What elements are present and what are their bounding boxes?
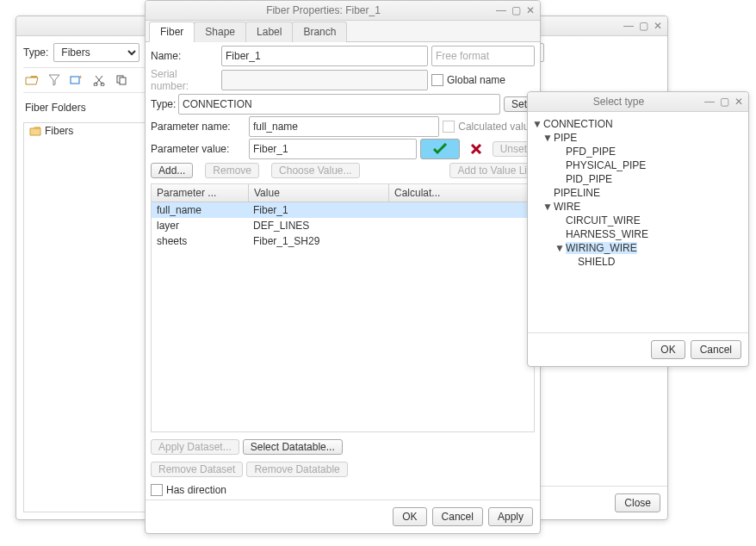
th-calc[interactable]: Calculat... xyxy=(389,184,534,202)
svg-text:+: + xyxy=(78,74,83,81)
cut-icon[interactable] xyxy=(90,71,108,89)
checkbox-icon xyxy=(443,121,455,133)
select-ok-button[interactable]: OK xyxy=(651,340,685,359)
cell-calc xyxy=(387,218,534,233)
cell-calc xyxy=(387,233,534,249)
select-min-icon[interactable]: — xyxy=(704,96,715,108)
name-label: Name: xyxy=(151,50,218,62)
select-close-icon[interactable]: ✕ xyxy=(734,96,743,108)
fiber-min-icon[interactable]: — xyxy=(496,4,506,16)
node-physical-pipe[interactable]: PHYSICAL_PIPE xyxy=(531,158,745,172)
node-connection[interactable]: ▼CONNECTION xyxy=(531,117,745,131)
type-input[interactable] xyxy=(178,94,500,115)
global-name-label: Global name xyxy=(447,74,505,86)
th-value[interactable]: Value xyxy=(249,184,389,202)
select-titlebar[interactable]: Select type — ▢ ✕ xyxy=(528,92,748,112)
node-wire[interactable]: ▼WIRE xyxy=(531,200,745,214)
calc-value-label: Calculated value xyxy=(458,121,535,133)
tab-label[interactable]: Label xyxy=(245,22,293,42)
node-shield[interactable]: SHIELD xyxy=(531,255,745,269)
apply-button[interactable]: Apply xyxy=(488,507,533,526)
apply-dataset-button[interactable]: Apply Dataset... xyxy=(151,439,239,455)
fiber-titlebar[interactable]: Fiber Properties: Fiber_1 — ▢ ✕ xyxy=(146,1,540,21)
tab-shape[interactable]: Shape xyxy=(194,22,246,42)
tab-branch[interactable]: Branch xyxy=(292,22,347,42)
node-pid-pipe[interactable]: PID_PIPE xyxy=(531,172,745,186)
node-harness-wire[interactable]: HARNESS_WIRE xyxy=(531,227,745,241)
cell-name: full_name xyxy=(152,202,248,218)
svg-rect-5 xyxy=(120,78,126,84)
bg-type-select[interactable]: Fibers xyxy=(53,43,139,62)
check-icon xyxy=(432,143,448,155)
choose-value-button[interactable]: Choose Value... xyxy=(271,163,360,178)
right-close-icon[interactable]: ✕ xyxy=(654,20,662,32)
has-direction-label: Has direction xyxy=(166,484,226,496)
global-name-check[interactable]: Global name xyxy=(431,74,505,86)
chevron-down-icon[interactable]: ▼ xyxy=(543,132,552,144)
cell-value: Fiber_1 xyxy=(248,202,387,218)
chevron-down-icon[interactable]: ▼ xyxy=(555,242,564,254)
chevron-down-icon[interactable]: ▼ xyxy=(543,201,552,213)
fiber-properties-dialog: Fiber Properties: Fiber_1 — ▢ ✕ Fiber Sh… xyxy=(145,0,541,534)
fiber-close-icon[interactable]: ✕ xyxy=(526,4,535,16)
folder-icon xyxy=(29,126,41,136)
right-max-icon[interactable]: ▢ xyxy=(639,20,648,32)
cell-value: Fiber_1_SH29 xyxy=(248,233,387,249)
calc-value-check: Calculated value xyxy=(443,121,535,133)
folder-open-icon[interactable] xyxy=(23,71,40,89)
node-pipeline[interactable]: PIPELINE xyxy=(531,186,745,200)
remove-datatable-button[interactable]: Remove Datatable xyxy=(246,462,347,477)
select-title: Select type xyxy=(533,96,704,108)
checkbox-icon[interactable] xyxy=(431,74,443,86)
ok-button[interactable]: OK xyxy=(393,507,426,526)
name-input[interactable] xyxy=(221,46,428,66)
parameter-table[interactable]: Parameter ... Value Calculat... full_nam… xyxy=(151,183,535,432)
type-label: Type: xyxy=(151,98,175,110)
cell-calc xyxy=(387,202,534,218)
tab-fiber[interactable]: Fiber xyxy=(149,22,195,42)
table-header: Parameter ... Value Calculat... xyxy=(152,184,534,202)
has-direction-check[interactable]: Has direction xyxy=(151,484,226,496)
cell-value: DEF_LINES xyxy=(248,218,387,233)
funnel-icon[interactable] xyxy=(46,71,63,89)
chevron-down-icon[interactable]: ▼ xyxy=(533,118,542,130)
copy-icon[interactable] xyxy=(113,71,130,89)
table-row[interactable]: sheetsFiber_1_SH29 xyxy=(152,233,534,249)
select-cancel-button[interactable]: Cancel xyxy=(691,340,741,359)
node-circuit-wire[interactable]: CIRCUIT_WIRE xyxy=(531,214,745,227)
serial-input xyxy=(221,70,428,90)
add-to-value-list-button[interactable]: Add to Value Li xyxy=(449,163,535,178)
fiber-title: Fiber Properties: Fiber_1 xyxy=(151,4,496,16)
serial-label: Serial number: xyxy=(151,68,218,92)
cell-name: layer xyxy=(152,218,248,233)
right-close-button[interactable]: Close xyxy=(615,493,660,512)
checkbox-icon[interactable] xyxy=(151,484,163,496)
confirm-button[interactable] xyxy=(420,139,460,159)
node-pipe[interactable]: ▼PIPE xyxy=(531,131,745,145)
node-wiring-wire[interactable]: ▼WIRING_WIRE xyxy=(531,241,745,255)
fiber-max-icon[interactable]: ▢ xyxy=(511,4,521,16)
add-button[interactable]: Add... xyxy=(151,163,193,178)
cell-name: sheets xyxy=(152,233,248,249)
bg-type-label: Type: xyxy=(23,47,48,59)
type-tree[interactable]: ▼CONNECTION ▼PIPE PFD_PIPE PHYSICAL_PIPE… xyxy=(531,117,745,269)
param-value-label: Parameter value: xyxy=(151,143,245,155)
select-datatable-button[interactable]: Select Datatable... xyxy=(243,439,343,455)
reject-button[interactable] xyxy=(463,140,489,158)
table-row[interactable]: layerDEF_LINES xyxy=(152,218,534,233)
node-pfd-pipe[interactable]: PFD_PIPE xyxy=(531,145,745,158)
add-item-icon[interactable]: + xyxy=(68,71,85,89)
cancel-button[interactable]: Cancel xyxy=(432,507,483,526)
remove-dataset-button[interactable]: Remove Dataset xyxy=(151,462,243,477)
select-type-dialog: Select type — ▢ ✕ ▼CONNECTION ▼PIPE PFD_… xyxy=(527,91,749,367)
param-value-input[interactable] xyxy=(249,139,417,159)
remove-button[interactable]: Remove xyxy=(205,163,259,178)
fiber-tabs: Fiber Shape Label Branch xyxy=(146,21,540,42)
format-input xyxy=(431,46,535,66)
param-name-label: Parameter name: xyxy=(151,121,245,133)
table-row[interactable]: full_nameFiber_1 xyxy=(152,202,534,218)
right-min-icon[interactable]: — xyxy=(623,20,634,32)
select-max-icon[interactable]: ▢ xyxy=(720,96,729,108)
param-name-input[interactable] xyxy=(249,116,439,137)
th-parameter[interactable]: Parameter ... xyxy=(152,184,249,202)
